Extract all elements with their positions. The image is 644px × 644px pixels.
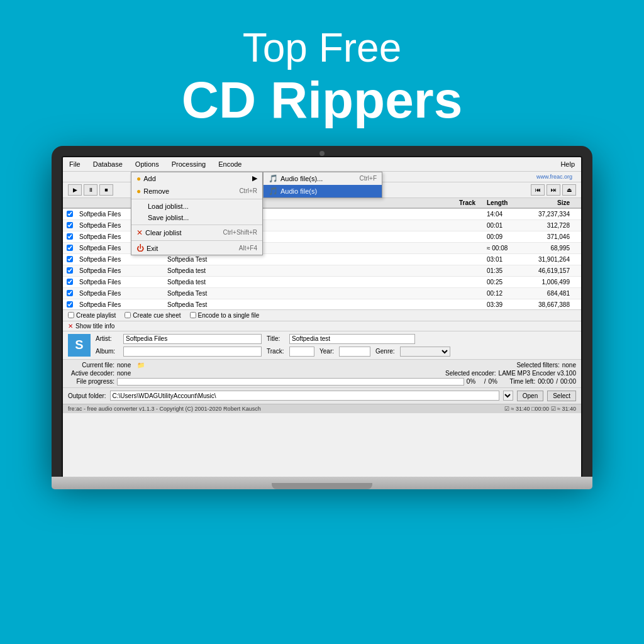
row-checkbox[interactable] (67, 290, 73, 296)
slash2: / (556, 378, 558, 385)
menu-processing[interactable]: Processing (169, 159, 208, 169)
row-track (457, 232, 484, 242)
menu-options[interactable]: Options (133, 159, 162, 169)
row-length: ≈ 00:08 (484, 243, 522, 253)
encode-single-label[interactable]: Encode to a single file (190, 312, 260, 319)
selected-encoder-value: LAME MP3 Encoder v3.100 (499, 370, 576, 377)
eject-button[interactable]: ⏏ (562, 184, 576, 196)
remove-icon: ● (136, 187, 141, 196)
menu-help[interactable]: Help (558, 159, 577, 169)
laptop-screen: File Database Options Processing Encode … (62, 156, 582, 477)
create-playlist-checkbox[interactable] (68, 312, 74, 318)
th-scroll (572, 198, 581, 208)
menu-file[interactable]: File (67, 159, 83, 169)
row-track (457, 266, 484, 275)
row-artist: Softpedia Files (77, 277, 165, 287)
menu-exit[interactable]: ⏻ Exit Alt+F4 (131, 242, 262, 255)
row-length: 00:25 (484, 277, 522, 287)
row-checkbox[interactable] (67, 301, 73, 308)
row-check-cell (63, 266, 77, 275)
row-track (457, 255, 484, 264)
show-title-info-bar: ✕ Show title info (63, 321, 581, 331)
status-row-1: Current file: none 📁 Selected filters: n… (68, 362, 576, 369)
album-input[interactable] (123, 347, 262, 357)
status-section: Current file: none 📁 Selected filters: n… (63, 359, 581, 387)
laptop-base (52, 477, 592, 489)
track-num-input[interactable] (289, 347, 314, 357)
menu-add[interactable]: ● Add ▶ (131, 172, 262, 185)
output-folder-input[interactable] (110, 391, 499, 401)
year-input[interactable] (339, 347, 370, 357)
nav-controls: ⏮ ⏭ ⏏ (531, 184, 576, 196)
prev-button[interactable]: ⏮ (531, 184, 545, 196)
genre-select[interactable] (400, 347, 450, 357)
row-size: 371,046 (522, 232, 572, 242)
play-button[interactable]: ▶ (68, 184, 82, 196)
artist-label: Artist: (96, 335, 118, 342)
row-length: 00:12 (484, 289, 522, 298)
statusbar-left: fre:ac - free audio converter v1.1.3 - C… (68, 406, 261, 412)
row-artist: Softpedia Files (77, 300, 165, 309)
title-input[interactable] (289, 334, 415, 344)
pause-button[interactable]: ⏸ (84, 184, 97, 196)
separator2 (131, 225, 262, 225)
stop-button[interactable]: ■ (99, 184, 113, 196)
add-submenu: 🎵 Audio file(s)... Ctrl+F 🎵 Audio file(s… (263, 172, 382, 198)
separator1 (131, 199, 262, 199)
exit-icon: ⏻ (136, 244, 144, 253)
th-check (63, 198, 77, 208)
table-row: Softpedia Files Softpedia Test 03:01 31,… (63, 254, 581, 265)
row-checkbox[interactable] (67, 256, 73, 262)
menu-database[interactable]: Database (91, 159, 125, 169)
next-button[interactable]: ⏭ (547, 184, 560, 196)
menu-load-joblist[interactable]: Load joblist... (131, 201, 262, 212)
track-info-section: S Artist: Title: Album: Track: (63, 331, 581, 359)
row-size: 37,237,334 (522, 209, 572, 219)
laptop-outer: File Database Options Processing Encode … (52, 146, 592, 477)
active-decoder-label: Active decoder: (68, 370, 114, 377)
row-track (457, 209, 484, 219)
create-cue-label[interactable]: Create cue sheet (125, 312, 180, 319)
output-folder-dropdown[interactable] (503, 391, 513, 401)
row-spacer (572, 266, 581, 275)
create-playlist-label[interactable]: Create playlist (68, 312, 116, 319)
row-checkbox[interactable] (67, 245, 73, 251)
row-checkbox[interactable] (67, 233, 73, 240)
row-checkbox[interactable] (67, 267, 73, 274)
submenu-audio-files-dots[interactable]: 🎵 Audio file(s)... Ctrl+F (264, 172, 382, 185)
row-checkbox[interactable] (67, 211, 73, 217)
select-folder-button[interactable]: Select (547, 391, 576, 401)
menu-clear-joblist[interactable]: ✕ Clear joblist Ctrl+Shift+R (131, 226, 262, 239)
menu-encode[interactable]: Encode (216, 159, 244, 169)
selected-filters-label: Selected filters: (516, 362, 559, 369)
artist-input[interactable] (123, 334, 262, 344)
row-checkbox[interactable] (67, 222, 73, 228)
show-title-info-label[interactable]: Show title info (75, 323, 114, 330)
open-folder-button[interactable]: Open (517, 391, 543, 401)
menu-remove[interactable]: ● Remove Ctrl+R (131, 185, 262, 197)
close-title-icon[interactable]: ✕ (68, 323, 73, 330)
slash1: / (484, 378, 486, 385)
track-row-1: Artist: Title: (96, 334, 576, 344)
row-artist: Softpedia Files (77, 255, 165, 264)
row-spacer (572, 232, 581, 242)
album-label: Album: (96, 348, 118, 355)
time-left-value: 00:00 (538, 378, 553, 385)
create-cue-checkbox[interactable] (125, 312, 131, 318)
row-spacer (572, 221, 581, 230)
menu-save-joblist[interactable]: Save joblist... (131, 212, 262, 223)
row-check-cell (63, 300, 77, 309)
track-avatar: S (68, 334, 91, 357)
row-checkbox[interactable] (67, 279, 73, 285)
track-row-2: Album: Track: Year: Genre: (96, 347, 576, 357)
output-folder-label: Output folder: (68, 392, 106, 399)
th-track: Track (457, 198, 484, 208)
encode-single-checkbox[interactable] (190, 312, 196, 318)
title-label: Title: (267, 335, 284, 342)
submenu-audio-files[interactable]: 🎵 Audio file(s) (264, 185, 382, 197)
row-spacer (572, 255, 581, 264)
website-link[interactable]: www.freac.org (536, 174, 572, 180)
file-progress-label: File progress: (68, 378, 114, 385)
status-row-3: File progress: 0% / 0% Time left: 00:00 … (68, 378, 576, 386)
row-size: 31,901,264 (522, 255, 572, 264)
